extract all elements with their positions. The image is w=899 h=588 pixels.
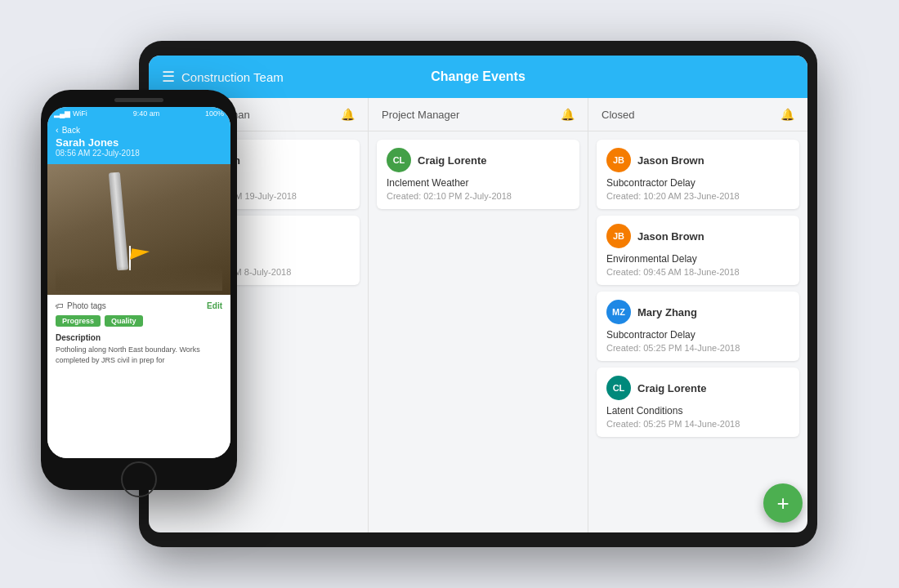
scene: ☰ Construction Team Change Events Engine… xyxy=(41,24,858,564)
card-event-c3: Latent Conditions xyxy=(606,405,789,416)
card-header-pm-0: CL Craig Lorente xyxy=(387,148,570,172)
card-event-c1: Environmental Delay xyxy=(606,253,789,265)
avatar-c3: CL xyxy=(606,376,631,400)
card-date-c0: Created: 10:20 AM 23-June-2018 xyxy=(606,191,789,201)
card-event-c0: Subcontractor Delay xyxy=(606,177,789,189)
signal-indicator: ▂▄▆ WiFi xyxy=(54,109,87,118)
phone-photo xyxy=(47,164,230,295)
rocks-visual xyxy=(56,266,222,291)
col-header-pm: Project Manager 🔔 xyxy=(369,98,588,131)
card-date-c2: Created: 05:25 PM 14-June-2018 xyxy=(606,343,789,353)
phone-status-bar: ▂▄▆ WiFi 9:40 am 100% xyxy=(47,107,230,120)
card-date-c1: Created: 09:45 AM 18-June-2018 xyxy=(606,267,789,277)
description-text: Potholing along North East boundary. Wor… xyxy=(56,345,222,365)
back-label: Back xyxy=(62,126,80,135)
card-name-c1: Jason Brown xyxy=(637,230,704,243)
card-pm-0[interactable]: CL Craig Lorente Inclement Weather Creat… xyxy=(377,140,579,209)
card-closed-2[interactable]: MZ Mary Zhang Subcontractor Delay Create… xyxy=(597,292,799,361)
card-event-pm-0: Inclement Weather xyxy=(387,177,570,189)
avatar-pm-0: CL xyxy=(387,148,411,172)
time-indicator: 9:40 am xyxy=(133,109,160,118)
tablet-device: ☰ Construction Team Change Events Engine… xyxy=(139,41,817,547)
col-body-closed: JB Jason Brown Subcontractor Delay Creat… xyxy=(588,131,807,532)
phone-home-button[interactable] xyxy=(121,461,157,497)
col-body-pm: CL Craig Lorente Inclement Weather Creat… xyxy=(369,131,588,532)
phone-speaker xyxy=(114,98,163,102)
card-event-c2: Subcontractor Delay xyxy=(606,329,789,341)
bell-icon-closed[interactable]: 🔔 xyxy=(780,108,794,121)
column-closed: Closed 🔔 JB Jason Brown Subcontractor De… xyxy=(588,98,807,532)
card-header-c0: JB Jason Brown xyxy=(606,148,789,172)
bell-icon-engineer[interactable]: 🔔 xyxy=(341,108,355,121)
avatar-c1: JB xyxy=(606,224,631,248)
col-title-closed: Closed xyxy=(602,109,634,121)
description-title: Description xyxy=(56,333,222,342)
back-icon[interactable]: ‹ xyxy=(56,125,59,135)
card-date-c3: Created: 05:25 PM 14-June-2018 xyxy=(606,419,789,429)
phone-header: ‹ Back Sarah Jones 08:56 AM 22-July-2018 xyxy=(47,120,230,164)
col-title-pm: Project Manager xyxy=(382,109,459,121)
phone-user-name: Sarah Jones xyxy=(56,136,222,149)
card-header-c1: JB Jason Brown xyxy=(606,224,789,248)
photo-tags-row: 🏷 Photo tags Edit xyxy=(56,301,222,310)
avatar-c0: JB xyxy=(606,148,631,172)
card-closed-0[interactable]: JB Jason Brown Subcontractor Delay Creat… xyxy=(597,140,799,209)
avatar-c2: MZ xyxy=(606,300,631,324)
col-header-closed: Closed 🔔 xyxy=(588,98,807,131)
card-closed-1[interactable]: JB Jason Brown Environmental Delay Creat… xyxy=(597,216,799,285)
fab-button[interactable]: + xyxy=(763,483,803,523)
card-closed-3[interactable]: CL Craig Lorente Latent Conditions Creat… xyxy=(597,368,799,437)
tablet-screen: ☰ Construction Team Change Events Engine… xyxy=(149,56,807,532)
tags-row: Progress Quality xyxy=(56,315,222,327)
card-name-c3: Craig Lorente xyxy=(637,382,707,394)
phone-back-row: ‹ Back xyxy=(56,125,222,135)
phone-header-time: 08:56 AM 22-July-2018 xyxy=(56,149,222,158)
card-date-pm-0: Created: 02:10 PM 2-July-2018 xyxy=(387,191,570,201)
phone-screen: ▂▄▆ WiFi 9:40 am 100% ‹ Back Sarah Jones… xyxy=(47,107,230,458)
page-title: Change Events xyxy=(431,69,526,84)
column-project-manager: Project Manager 🔔 CL Craig Lorente Incle… xyxy=(369,98,588,532)
tag-icon: 🏷 xyxy=(56,301,64,310)
bell-icon-pm[interactable]: 🔔 xyxy=(561,108,575,121)
battery-indicator: 100% xyxy=(205,109,224,118)
card-name-c2: Mary Zhang xyxy=(637,306,697,318)
edit-link[interactable]: Edit xyxy=(207,301,222,310)
photo-tags-text: Photo tags xyxy=(67,301,106,310)
tag-quality: Quality xyxy=(105,315,143,327)
card-name-pm-0: Craig Lorente xyxy=(418,154,487,167)
kanban-board: Engineer/Foreman 🔔 CB n Brown tor Delay … xyxy=(149,98,807,532)
photo-tags-label: 🏷 Photo tags xyxy=(56,301,106,310)
hamburger-icon[interactable]: ☰ xyxy=(162,68,175,86)
tag-progress: Progress xyxy=(56,315,101,327)
card-header-c3: CL Craig Lorente xyxy=(606,376,789,400)
card-name-c0: Jason Brown xyxy=(637,154,704,167)
phone-device: ▂▄▆ WiFi 9:40 am 100% ‹ Back Sarah Jones… xyxy=(41,90,237,490)
phone-body: 🏷 Photo tags Edit Progress Quality Descr… xyxy=(47,295,230,458)
card-header-c2: MZ Mary Zhang xyxy=(606,300,789,324)
tablet-header: ☰ Construction Team Change Events xyxy=(149,56,807,98)
